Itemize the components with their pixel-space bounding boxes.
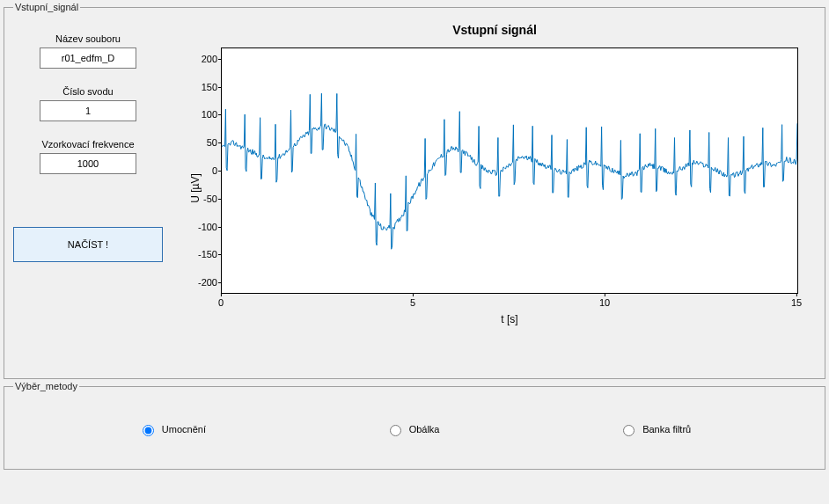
- fs-input[interactable]: [40, 153, 136, 174]
- y-tick: -150: [191, 249, 217, 259]
- y-tick: 100: [191, 109, 217, 120]
- input-signal-panel: Vstupní_signál Název souboru Číslo svodu…: [4, 2, 825, 379]
- radio-option-envelope[interactable]: Obálka: [385, 422, 440, 436]
- x-tick: 5: [410, 297, 415, 308]
- lead-input[interactable]: [40, 100, 136, 121]
- plot-box: [221, 47, 798, 294]
- y-tick: -100: [191, 222, 217, 232]
- y-tick: 0: [191, 165, 217, 176]
- chart-title: Vstupní signál: [173, 23, 816, 37]
- x-axis-label: t [s]: [221, 313, 798, 325]
- axes: U [µV] t [s] -200-150-100-50050100150200…: [221, 39, 798, 338]
- controls-column: Název souboru Číslo svodu Vzorkovací fre…: [13, 19, 163, 369]
- radio-power-input[interactable]: [143, 425, 154, 436]
- y-tick: -200: [191, 277, 217, 288]
- filename-label: Název souboru: [55, 33, 121, 44]
- radio-filterbank-input[interactable]: [623, 425, 635, 436]
- radio-option-filterbank[interactable]: Banka filtrů: [619, 422, 691, 436]
- radio-power-label: Umocnění: [162, 424, 206, 435]
- filename-input[interactable]: [40, 47, 136, 69]
- radio-envelope-label: Obálka: [409, 424, 440, 435]
- y-tick: -50: [191, 194, 217, 204]
- radio-option-power[interactable]: Umocnění: [138, 422, 206, 436]
- load-button[interactable]: NAČÍST !: [13, 227, 163, 262]
- radio-envelope-input[interactable]: [390, 425, 401, 436]
- method-panel: Výběr_metody Umocnění Obálka Banka filtr…: [4, 381, 825, 470]
- x-tick: 0: [218, 297, 224, 308]
- y-tick: 50: [191, 137, 217, 148]
- radio-filterbank-label: Banka filtrů: [642, 424, 691, 435]
- x-tick: 10: [599, 297, 610, 308]
- chart-area: Vstupní signál U [µV] t [s] -200-150-100…: [173, 19, 816, 369]
- input-signal-legend: Vstupní_signál: [13, 2, 80, 12]
- y-tick: 150: [191, 82, 217, 92]
- lead-label: Číslo svodu: [62, 86, 113, 97]
- y-tick: 200: [191, 54, 217, 64]
- fs-label: Vzorkovací frekvence: [41, 139, 134, 150]
- signal-line: [222, 48, 797, 293]
- method-legend: Výběr_metody: [13, 381, 79, 391]
- x-tick: 15: [791, 297, 802, 308]
